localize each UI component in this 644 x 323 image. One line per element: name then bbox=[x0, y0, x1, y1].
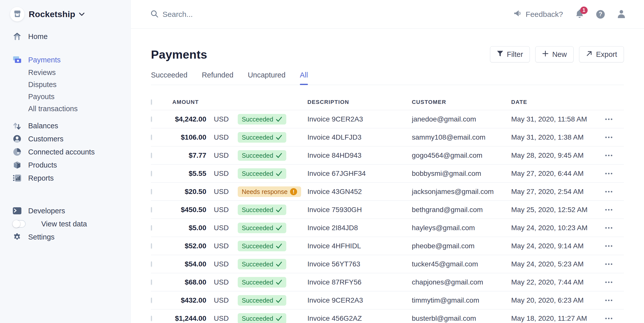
row-checkbox[interactable] bbox=[151, 298, 152, 303]
table-row[interactable]: $54.00 USD Succeeded ! Invoice 56YT763 t… bbox=[151, 255, 624, 273]
date-cell: May 31, 2020, 11:58 AM bbox=[511, 115, 594, 123]
table-row[interactable]: $450.50 USD Succeeded ! Invoice 75930GH … bbox=[151, 201, 624, 219]
sidebar-item-payouts[interactable]: Payouts bbox=[0, 91, 131, 103]
row-actions-button[interactable] bbox=[594, 155, 624, 156]
row-actions-button[interactable] bbox=[594, 137, 624, 138]
select-all-checkbox[interactable] bbox=[151, 99, 152, 105]
sidebar-item-products[interactable]: Products bbox=[0, 158, 131, 172]
test-data-toggle[interactable] bbox=[13, 220, 26, 228]
feedback-button[interactable]: Feedback? bbox=[514, 9, 563, 19]
table-row[interactable]: $432.00 USD Succeeded ! Invoice 9CER2A3 … bbox=[151, 291, 624, 309]
topbar: Feedback? 1 ? bbox=[131, 0, 644, 29]
date-cell: May 27, 2020, 2:54 AM bbox=[511, 188, 594, 196]
row-checkbox[interactable] bbox=[151, 316, 152, 321]
description-cell: Invoice 43GN452 bbox=[307, 188, 412, 196]
customer-cell: timmytim@gmail.com bbox=[412, 296, 511, 304]
filter-button[interactable]: Filter bbox=[490, 46, 530, 62]
customer-cell: chapjones@gmail.com bbox=[412, 278, 511, 286]
sidebar-item-reviews[interactable]: Reviews bbox=[0, 66, 131, 78]
row-checkbox[interactable] bbox=[151, 171, 152, 176]
sidebar-item-home[interactable]: Home bbox=[0, 30, 131, 43]
notifications-button[interactable]: 1 bbox=[575, 9, 584, 20]
tab-uncaptured[interactable]: Uncaptured bbox=[248, 71, 286, 85]
currency-cell: USD bbox=[206, 314, 230, 322]
table-row[interactable]: $5.00 USD Succeeded ! Invoice 2I84JD8 ha… bbox=[151, 219, 624, 237]
status-badge: Succeeded ! bbox=[238, 223, 286, 233]
date-cell: May 18, 2020, 11:27 AM bbox=[511, 314, 594, 322]
sidebar-item-payments[interactable]: Payments bbox=[0, 53, 131, 66]
search-bar[interactable] bbox=[150, 10, 514, 19]
table-row[interactable]: $5.55 USD Succeeded ! Invoice 67JGHF34 b… bbox=[151, 165, 624, 183]
currency-cell: USD bbox=[206, 133, 230, 141]
new-button[interactable]: New bbox=[535, 46, 574, 62]
table-row[interactable]: $4,242.00 USD Succeeded ! Invoice 9CER2A… bbox=[151, 110, 624, 128]
tab-all[interactable]: All bbox=[300, 71, 308, 85]
row-actions-button[interactable] bbox=[594, 245, 624, 247]
sidebar-nav: Home Payments Reviews Disputes Payouts A… bbox=[0, 30, 131, 244]
row-checkbox[interactable] bbox=[151, 225, 152, 230]
currency-cell: USD bbox=[206, 224, 230, 232]
export-button[interactable]: Export bbox=[579, 46, 624, 62]
sidebar-item-settings[interactable]: Settings bbox=[0, 230, 131, 244]
row-actions-button[interactable] bbox=[594, 173, 624, 174]
row-actions-button[interactable] bbox=[594, 281, 624, 283]
table-row[interactable]: $106.00 USD Succeeded ! Invoice 4DLFJD3 … bbox=[151, 128, 624, 146]
row-checkbox[interactable] bbox=[151, 243, 152, 249]
row-actions-button[interactable] bbox=[594, 227, 624, 229]
tab-succeeded[interactable]: Succeeded bbox=[151, 71, 187, 85]
amount-cell: $52.00 bbox=[169, 242, 206, 250]
search-icon bbox=[150, 10, 158, 19]
table-header: AMOUNT DESCRIPTION CUSTOMER DATE bbox=[151, 94, 624, 110]
date-cell: May 31, 2020, 1:38 AM bbox=[511, 133, 594, 141]
column-header-customer: CUSTOMER bbox=[412, 99, 511, 105]
description-cell: Invoice 67JGHF34 bbox=[307, 170, 412, 178]
sidebar-item-label: Developers bbox=[28, 207, 65, 215]
sidebar-item-connected-accounts[interactable]: Connected accounts bbox=[0, 145, 131, 158]
table-row[interactable]: $52.00 USD Succeeded ! Invoice 4HFHIDL p… bbox=[151, 237, 624, 255]
sidebar-item-all-transactions[interactable]: All transactions bbox=[0, 103, 131, 115]
search-input[interactable] bbox=[163, 10, 313, 19]
customers-icon bbox=[13, 134, 22, 143]
check-icon bbox=[276, 207, 282, 213]
row-checkbox[interactable] bbox=[151, 261, 152, 267]
row-checkbox[interactable] bbox=[151, 189, 152, 194]
description-cell: Invoice 56YT763 bbox=[307, 260, 412, 268]
row-actions-button[interactable] bbox=[594, 300, 624, 301]
customer-cell: bobbysmi@gmail.com bbox=[412, 170, 511, 178]
account-menu-button[interactable] bbox=[617, 10, 626, 19]
description-cell: Invoice 87RFY56 bbox=[307, 278, 412, 286]
row-actions-button[interactable] bbox=[594, 263, 624, 265]
row-checkbox[interactable] bbox=[151, 116, 152, 122]
row-checkbox[interactable] bbox=[151, 279, 152, 285]
status-badge: Succeeded ! bbox=[238, 295, 286, 306]
amount-cell: $68.00 bbox=[169, 278, 206, 286]
status-badge: Succeeded ! bbox=[238, 277, 286, 288]
row-actions-button[interactable] bbox=[594, 118, 624, 120]
help-button[interactable]: ? bbox=[596, 10, 605, 19]
sidebar-item-label: Payouts bbox=[28, 93, 55, 101]
row-actions-button[interactable] bbox=[594, 191, 624, 192]
row-checkbox[interactable] bbox=[151, 153, 152, 158]
sidebar-item-reports[interactable]: Reports bbox=[0, 172, 131, 185]
sidebar-item-disputes[interactable]: Disputes bbox=[0, 78, 131, 91]
table-row[interactable]: $20.50 USD Needs response ! Invoice 43GN… bbox=[151, 183, 624, 201]
sidebar-item-label: Balances bbox=[28, 122, 58, 130]
table-row[interactable]: $7.77 USD Succeeded ! Invoice 84HD943 go… bbox=[151, 146, 624, 165]
account-switcher[interactable]: Rocketship bbox=[0, 7, 131, 21]
customer-cell: pheobe@gmail.com bbox=[412, 242, 511, 250]
row-actions-button[interactable] bbox=[594, 318, 624, 319]
customer-cell: janedoe@gmail.com bbox=[412, 115, 511, 123]
table-row[interactable]: $68.00 USD Succeeded ! Invoice 87RFY56 c… bbox=[151, 273, 624, 291]
row-actions-button[interactable] bbox=[594, 209, 624, 211]
description-cell: Invoice 9CER2A3 bbox=[307, 115, 412, 123]
description-cell: Invoice 75930GH bbox=[307, 206, 412, 214]
sidebar-item-balances[interactable]: Balances bbox=[0, 119, 131, 132]
column-header-amount: AMOUNT bbox=[169, 99, 206, 105]
row-checkbox[interactable] bbox=[151, 135, 152, 140]
filter-funnel-icon bbox=[497, 50, 503, 59]
tab-refunded[interactable]: Refunded bbox=[202, 71, 233, 85]
row-checkbox[interactable] bbox=[151, 207, 152, 212]
table-row[interactable]: $1,244.00 USD Succeeded ! Invoice 456G2A… bbox=[151, 309, 624, 323]
sidebar-item-customers[interactable]: Customers bbox=[0, 132, 131, 145]
sidebar-item-developers[interactable]: Developers bbox=[0, 204, 131, 217]
